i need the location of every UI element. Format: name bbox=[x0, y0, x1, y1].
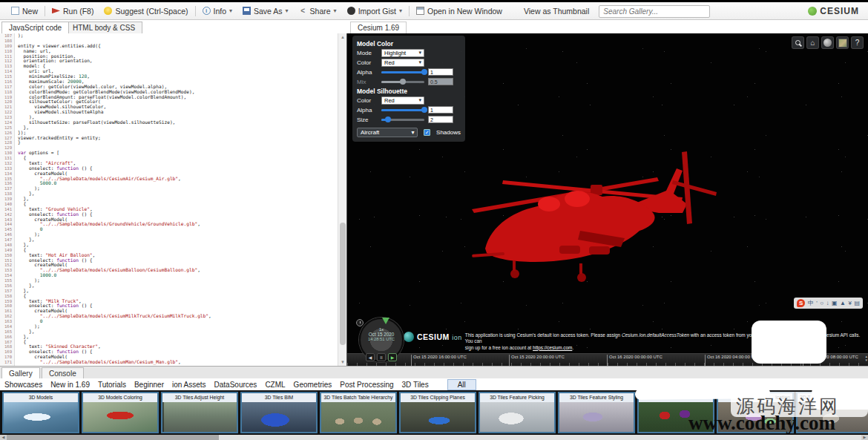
code-content[interactable]: ); entity = viewer.entities.add({ name: … bbox=[15, 33, 346, 366]
ime-tool-icon[interactable]: ↓ bbox=[826, 298, 829, 309]
code-line: silhouetteSize: parseFloat(viewModel.sil… bbox=[18, 120, 346, 125]
home-button[interactable]: ⌂ bbox=[806, 36, 819, 49]
mode-select[interactable]: Highlight▾ bbox=[381, 49, 424, 57]
size-value-input[interactable]: 2 bbox=[428, 116, 453, 123]
editor-scrollbar-thumb[interactable] bbox=[340, 223, 346, 345]
gallery-item-3d-tiles-feature-picking[interactable]: 3D Tiles Feature Picking bbox=[479, 392, 556, 433]
info-icon: i bbox=[203, 7, 211, 15]
line-number: 126 bbox=[0, 131, 14, 136]
line-number: 132 bbox=[0, 161, 14, 166]
alpha-slider[interactable] bbox=[381, 109, 424, 111]
toolbar-button-share[interactable]: <Share▾ bbox=[294, 5, 342, 17]
gallery-filter-geometries[interactable]: Geometries bbox=[294, 381, 332, 389]
geocoder-button[interactable] bbox=[792, 36, 804, 49]
gallery-item-3d-tiles-clipping-planes[interactable]: 3D Tiles Clipping Planes bbox=[399, 392, 476, 433]
pause-button[interactable]: II bbox=[377, 353, 386, 361]
shadows-checkbox[interactable]: ✓ bbox=[424, 129, 430, 136]
gallery-scrollbar[interactable]: ◀ ▶ bbox=[0, 435, 868, 440]
ime-tool-icon[interactable]: ▣ bbox=[832, 298, 838, 309]
gallery-filter-czml[interactable]: CZML bbox=[265, 381, 285, 389]
ime-tool-icon[interactable]: ¥ bbox=[848, 298, 851, 309]
ime-tool-icon[interactable]: 中 bbox=[808, 298, 814, 309]
ime-tool-icon[interactable]: ○ bbox=[820, 298, 823, 309]
panel-row-mode: ModeHighlight▾ bbox=[357, 48, 461, 57]
gallery-filter-tutorials[interactable]: Tutorials bbox=[98, 381, 126, 389]
gallery-scroll-right-icon[interactable]: ▶ bbox=[861, 435, 868, 440]
play-reverse-button[interactable]: ◀ bbox=[366, 353, 375, 361]
gallery-filter-all[interactable]: All bbox=[447, 379, 476, 390]
ime-tool-icon[interactable]: ' bbox=[816, 298, 818, 309]
gallery-filter-new-in-1-69[interactable]: New in 1.69 bbox=[50, 381, 90, 389]
thumbnail-icon bbox=[513, 7, 521, 15]
size-slider[interactable] bbox=[381, 119, 424, 121]
panel-row-color: ColorRed▾ bbox=[357, 96, 461, 105]
gallery-scrollbar-thumb[interactable] bbox=[7, 435, 219, 440]
model-select[interactable]: Aircraft▾ bbox=[357, 128, 418, 137]
panel-section-title: Model Color bbox=[357, 40, 461, 47]
sogou-logo-icon[interactable]: S bbox=[797, 299, 805, 307]
globe-icon bbox=[823, 39, 832, 47]
scroll-up-icon[interactable]: ▲ bbox=[338, 33, 347, 41]
toolbar-button-label: Import Gist bbox=[358, 7, 396, 16]
line-number: 112 bbox=[0, 59, 14, 64]
alpha-value-input[interactable]: 1 bbox=[428, 106, 453, 114]
shuttle-ring-pointer-icon[interactable] bbox=[382, 318, 389, 324]
ime-tool-icon[interactable]: ▤ bbox=[854, 298, 860, 309]
gallery-filter-beginner[interactable]: Beginner bbox=[134, 381, 164, 389]
toolbar-button-run-f8[interactable]: Run (F8) bbox=[47, 5, 99, 17]
line-number: 120 bbox=[0, 99, 14, 105]
sandcastle-window: NewRun (F8)Suggest (Ctrl-Space)iInfo▾Sav… bbox=[0, 0, 868, 440]
toolbar-button-save-as[interactable]: Save As▾ bbox=[237, 5, 294, 17]
toolbar-button-view-as-thumbnail[interactable]: View as Thumbnail bbox=[507, 5, 594, 17]
mix-value-input[interactable]: 0.5 bbox=[428, 78, 453, 85]
tab-gallery[interactable]: Gallery bbox=[1, 367, 40, 379]
animation-widget[interactable]: 1x Oct 15 2020 14:28:51 UTC ◀ II ▶ bbox=[356, 318, 411, 365]
toolbar-button-suggest-ctrl-space[interactable]: Suggest (Ctrl-Space) bbox=[99, 5, 193, 17]
gallery-item-3d-models-coloring[interactable]: 3D Models Coloring bbox=[82, 392, 159, 433]
base-layer-button[interactable] bbox=[836, 36, 849, 49]
code-editor[interactable]: 1071081091101111121131141151161171181191… bbox=[0, 33, 346, 366]
alpha-slider[interactable] bbox=[381, 71, 424, 73]
line-number: 129 bbox=[0, 145, 14, 151]
toolbar-button-import-gist[interactable]: Import Gist▾ bbox=[342, 5, 407, 17]
search-input[interactable] bbox=[599, 5, 710, 18]
editor-scrollbar[interactable]: ▲ ▼ bbox=[338, 33, 346, 366]
mix-slider[interactable] bbox=[381, 81, 424, 83]
color-select[interactable]: Red▾ bbox=[381, 59, 424, 67]
color-select[interactable]: Red▾ bbox=[381, 96, 424, 105]
gallery-scroll-left-icon[interactable]: ◀ bbox=[0, 435, 7, 440]
ime-tool-icon[interactable]: ▲ bbox=[840, 298, 846, 309]
play-forward-button[interactable]: ▶ bbox=[388, 353, 397, 361]
run-icon bbox=[52, 7, 60, 15]
white-sticker-overlay bbox=[752, 321, 826, 364]
tab-html-body-css[interactable]: HTML body & CSS bbox=[65, 22, 142, 33]
alpha-value-input[interactable]: 1 bbox=[428, 68, 453, 76]
gallery-filter-datasources[interactable]: DataSources bbox=[214, 381, 257, 389]
gallery-item-3d-tiles-bim[interactable]: 3D Tiles BIM bbox=[240, 392, 318, 433]
timeline-zoom-icons[interactable]: ▴▾ bbox=[865, 355, 867, 362]
gallery-item-3d-tiles-feature-styling[interactable]: 3D Tiles Feature Styling bbox=[558, 392, 635, 433]
cesium-viewport[interactable]: Model ColorModeHighlight▾ColorRed▾Alpha1… bbox=[346, 33, 868, 366]
gallery-item-3d-tiles-batch-table-hierarchy[interactable]: 3D Tiles Batch Table Hierarchy bbox=[320, 392, 397, 433]
gallery-item-3d-tiles-adjust-height[interactable]: 3D Tiles Adjust Height bbox=[161, 392, 238, 433]
gallery-filter-3d-tiles[interactable]: 3D Tiles bbox=[402, 381, 429, 389]
scroll-down-icon[interactable]: ▼ bbox=[338, 358, 347, 366]
scene-mode-button[interactable] bbox=[821, 36, 834, 49]
line-number: 142 bbox=[0, 212, 14, 217]
help-button[interactable]: ? bbox=[851, 36, 864, 49]
code-line: }, bbox=[18, 243, 346, 248]
cesium-com-link[interactable]: https://cesium.com bbox=[533, 345, 572, 350]
toolbar-button-open-in-new-window[interactable]: Open in New Window bbox=[411, 5, 507, 17]
gallery-filter-post-processing[interactable]: Post Processing bbox=[340, 381, 393, 389]
gallery-item-3d-models[interactable]: 3D Models bbox=[2, 392, 79, 433]
line-number: 118 bbox=[0, 90, 14, 95]
toolbar-button-info[interactable]: iInfo▾ bbox=[197, 5, 238, 17]
line-number: 158 bbox=[0, 294, 14, 299]
gallery-filter-ion-assets[interactable]: ion Assets bbox=[172, 381, 206, 389]
input-method-toolbar[interactable]: S中'○↓▣▲¥▤ bbox=[794, 298, 863, 309]
realtime-clock-icon[interactable] bbox=[356, 319, 364, 326]
toolbar-button-new[interactable]: New bbox=[6, 5, 43, 17]
gallery-filter-showcases[interactable]: Showcases bbox=[4, 381, 42, 389]
tab-console[interactable]: Console bbox=[42, 367, 84, 379]
tab-javascript-code[interactable]: JavaScript code bbox=[1, 22, 69, 33]
